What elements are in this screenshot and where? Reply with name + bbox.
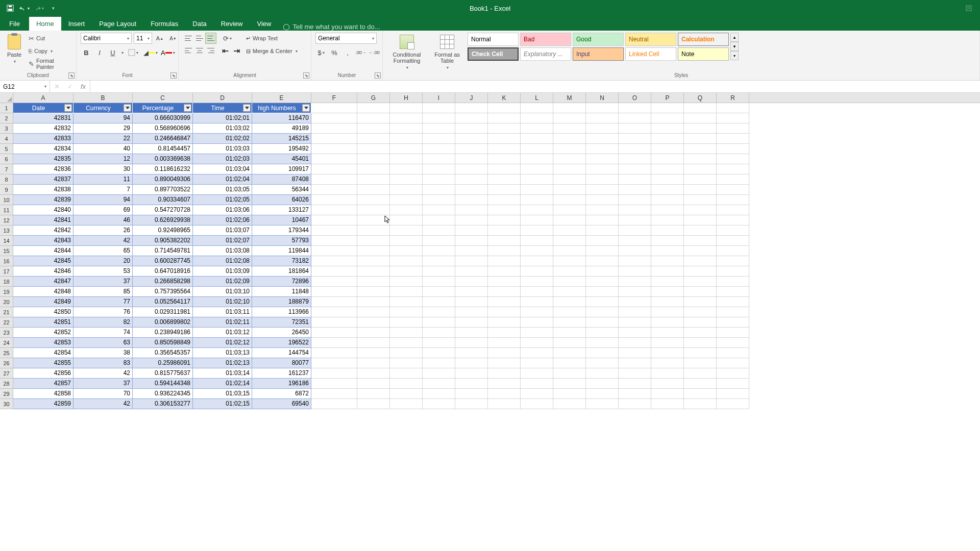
- cell-O7[interactable]: [619, 164, 651, 174]
- cell-L26[interactable]: [521, 358, 553, 368]
- cell-Q5[interactable]: [684, 144, 717, 154]
- cell-B24[interactable]: 63: [74, 338, 133, 348]
- gallery-up-button[interactable]: ▲: [730, 33, 739, 42]
- cell-D4[interactable]: 01:02;02: [193, 134, 252, 144]
- cell-N10[interactable]: [586, 195, 619, 205]
- cell-Q1[interactable]: [684, 103, 717, 113]
- cell-M19[interactable]: [553, 287, 586, 297]
- cell-L19[interactable]: [521, 287, 553, 297]
- cell-Q16[interactable]: [684, 256, 717, 266]
- cell-G15[interactable]: [357, 246, 390, 256]
- cell-L5[interactable]: [521, 144, 553, 154]
- cell-H25[interactable]: [390, 348, 423, 358]
- cell-E26[interactable]: 80077: [252, 358, 311, 368]
- cell-R26[interactable]: [717, 358, 749, 368]
- cell-D2[interactable]: 01:02;01: [193, 113, 252, 123]
- cell-P15[interactable]: [651, 246, 684, 256]
- cell-C9[interactable]: 0.897703522: [133, 185, 193, 195]
- cell-E10[interactable]: 64026: [252, 195, 311, 205]
- row-header-12[interactable]: 12: [0, 215, 13, 226]
- row-header-14[interactable]: 14: [0, 236, 13, 246]
- cell-F30[interactable]: [311, 399, 357, 409]
- cell-A3[interactable]: 42832: [13, 123, 74, 134]
- row-header-2[interactable]: 2: [0, 113, 13, 123]
- cell-A2[interactable]: 42831: [13, 113, 74, 123]
- alignment-dialog-launcher[interactable]: ⬊: [303, 72, 309, 79]
- comma-button[interactable]: ,: [342, 47, 353, 58]
- cell-B2[interactable]: 94: [74, 113, 133, 123]
- cell-J3[interactable]: [455, 123, 488, 134]
- cell-D29[interactable]: 01:03;15: [193, 389, 252, 399]
- cell-C8[interactable]: 0.890049306: [133, 174, 193, 185]
- cell-Q18[interactable]: [684, 277, 717, 287]
- column-header-K[interactable]: K: [488, 93, 521, 103]
- cell-G12[interactable]: [357, 215, 390, 226]
- column-header-G[interactable]: G: [357, 93, 390, 103]
- row-header-10[interactable]: 10: [0, 195, 13, 205]
- number-dialog-launcher[interactable]: ⬊: [375, 72, 381, 79]
- cell-H23[interactable]: [390, 328, 423, 338]
- cell-P13[interactable]: [651, 226, 684, 236]
- table-header-percentage[interactable]: Percentage: [133, 103, 193, 113]
- cell-O14[interactable]: [619, 236, 651, 246]
- cell-B14[interactable]: 42: [74, 236, 133, 246]
- cell-C28[interactable]: 0.594144348: [133, 379, 193, 389]
- cell-P19[interactable]: [651, 287, 684, 297]
- cell-E22[interactable]: 72351: [252, 317, 311, 328]
- cell-L15[interactable]: [521, 246, 553, 256]
- cell-H19[interactable]: [390, 287, 423, 297]
- cell-A29[interactable]: 42858: [13, 389, 74, 399]
- cell-B6[interactable]: 12: [74, 154, 133, 164]
- cell-A9[interactable]: 42838: [13, 185, 74, 195]
- tab-insert[interactable]: Insert: [61, 17, 92, 31]
- cell-P30[interactable]: [651, 399, 684, 409]
- cell-A7[interactable]: 42836: [13, 164, 74, 174]
- cell-O26[interactable]: [619, 358, 651, 368]
- conditional-formatting-button[interactable]: Conditional Formatting▾: [387, 33, 427, 71]
- fx-icon[interactable]: fx: [77, 83, 90, 90]
- cell-N6[interactable]: [586, 154, 619, 164]
- cell-A12[interactable]: 42841: [13, 215, 74, 226]
- cell-N13[interactable]: [586, 226, 619, 236]
- cell-I22[interactable]: [423, 317, 455, 328]
- bold-button[interactable]: B: [81, 47, 92, 58]
- cell-L24[interactable]: [521, 338, 553, 348]
- cell-D22[interactable]: 01:02;11: [193, 317, 252, 328]
- cell-M26[interactable]: [553, 358, 586, 368]
- cell-G19[interactable]: [357, 287, 390, 297]
- cell-H22[interactable]: [390, 317, 423, 328]
- cell-H30[interactable]: [390, 399, 423, 409]
- cell-K5[interactable]: [488, 144, 521, 154]
- gallery-down-button[interactable]: ▼: [730, 42, 739, 51]
- cell-A21[interactable]: 42850: [13, 307, 74, 317]
- cell-F15[interactable]: [311, 246, 357, 256]
- cell-R14[interactable]: [717, 236, 749, 246]
- cell-Q22[interactable]: [684, 317, 717, 328]
- cell-K19[interactable]: [488, 287, 521, 297]
- cell-G8[interactable]: [357, 174, 390, 185]
- cell-Q21[interactable]: [684, 307, 717, 317]
- cell-P26[interactable]: [651, 358, 684, 368]
- cell-L14[interactable]: [521, 236, 553, 246]
- row-header-26[interactable]: 26: [0, 358, 13, 368]
- cell-K29[interactable]: [488, 389, 521, 399]
- cell-A22[interactable]: 42851: [13, 317, 74, 328]
- cell-N16[interactable]: [586, 256, 619, 266]
- cell-E14[interactable]: 57793: [252, 236, 311, 246]
- cell-F5[interactable]: [311, 144, 357, 154]
- cell-O6[interactable]: [619, 154, 651, 164]
- cell-B28[interactable]: 37: [74, 379, 133, 389]
- cell-C12[interactable]: 0.626929938: [133, 215, 193, 226]
- align-bottom-button[interactable]: [205, 33, 216, 44]
- cell-C15[interactable]: 0.714549781: [133, 246, 193, 256]
- cell-C27[interactable]: 0.815775637: [133, 368, 193, 379]
- cell-O12[interactable]: [619, 215, 651, 226]
- cell-H29[interactable]: [390, 389, 423, 399]
- cell-E27[interactable]: 161237: [252, 368, 311, 379]
- percent-button[interactable]: %: [329, 47, 340, 58]
- cell-J10[interactable]: [455, 195, 488, 205]
- cell-L21[interactable]: [521, 307, 553, 317]
- cell-N14[interactable]: [586, 236, 619, 246]
- cell-Q25[interactable]: [684, 348, 717, 358]
- number-format-select[interactable]: General▾: [315, 33, 377, 44]
